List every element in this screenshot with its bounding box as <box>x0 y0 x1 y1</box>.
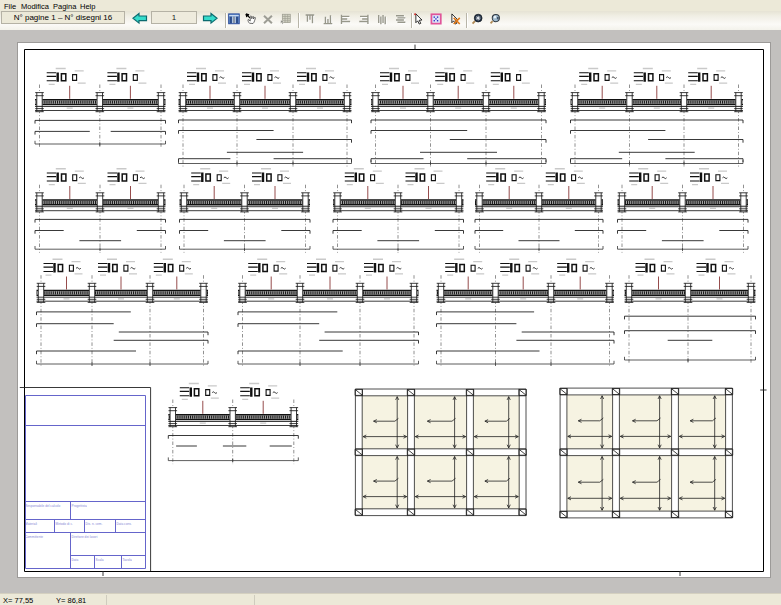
svg-text:Progettista: Progettista <box>72 504 87 508</box>
svg-text:Direttore dei lavori: Direttore dei lavori <box>72 535 98 539</box>
svg-text:Data cons.: Data cons. <box>117 522 132 526</box>
svg-text:Dis. n. cem.: Dis. n. cem. <box>86 522 103 526</box>
svg-text:Tavola: Tavola <box>123 558 132 562</box>
svg-text:Committente: Committente <box>25 535 43 539</box>
svg-text:Responsabile del calcolo: Responsabile del calcolo <box>25 504 60 508</box>
svg-text:Data: Data <box>72 558 79 562</box>
svg-text:Scala: Scala <box>96 558 104 562</box>
svg-text:Materiali: Materiali <box>25 522 37 526</box>
svg-text:Metodo di c.: Metodo di c. <box>56 522 73 526</box>
